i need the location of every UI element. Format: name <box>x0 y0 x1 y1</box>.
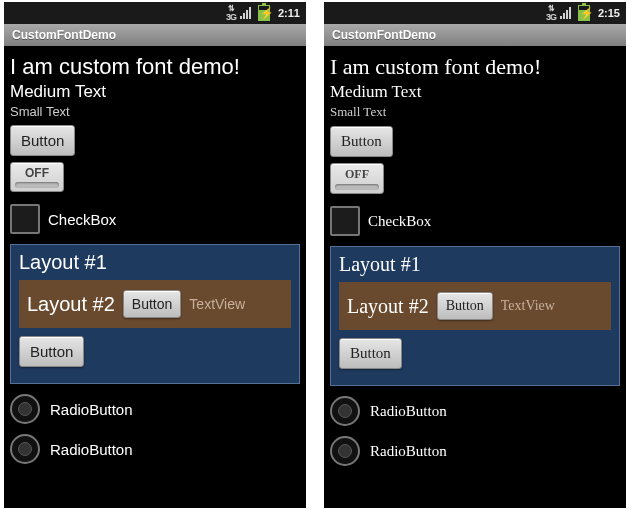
toggle-label: OFF <box>25 166 49 180</box>
title-bar: CustomFontDemo <box>4 24 306 46</box>
phone-right: ⇅3G ⚡ 2:15 CustomFontDemo I am custom fo… <box>324 2 626 508</box>
checkbox-label: CheckBox <box>368 213 431 230</box>
layout-1: Layout #1 Layout #2 Button TextView Butt… <box>10 244 300 384</box>
radio-1-label: RadioButton <box>370 403 447 420</box>
battery-icon: ⚡ <box>578 5 590 21</box>
layout-1-button[interactable]: Button <box>19 336 84 367</box>
toggle-off[interactable]: OFF <box>330 163 384 194</box>
battery-icon: ⚡ <box>258 5 270 21</box>
medium-text: Medium Text <box>330 82 620 102</box>
layout-1: Layout #1 Layout #2 Button TextView Butt… <box>330 246 620 386</box>
checkbox[interactable] <box>330 206 360 236</box>
headline-text: I am custom font demo! <box>10 54 300 80</box>
screen-content: I am custom font demo! Medium Text Small… <box>324 46 626 508</box>
radio-2-label: RadioButton <box>370 443 447 460</box>
radio-1[interactable] <box>10 394 40 424</box>
app-title: CustomFontDemo <box>12 28 116 42</box>
radio-1[interactable] <box>330 396 360 426</box>
network-3g-icon: ⇅3G <box>226 5 236 21</box>
layout-2-textview: TextView <box>501 298 555 314</box>
checkbox-label: CheckBox <box>48 211 116 228</box>
status-bar: ⇅3G ⚡ 2:15 <box>324 2 626 24</box>
layout-1-title: Layout #1 <box>339 253 611 276</box>
radio-2[interactable] <box>10 434 40 464</box>
layout-2-title: Layout #2 <box>347 295 429 318</box>
phone-left: ⇅3G ⚡ 2:11 CustomFontDemo I am custom fo… <box>4 2 306 508</box>
small-text: Small Text <box>330 104 620 120</box>
small-text: Small Text <box>10 104 300 119</box>
signal-icon <box>560 7 574 19</box>
network-3g-icon: ⇅3G <box>546 5 556 21</box>
button-1[interactable]: Button <box>10 125 75 156</box>
status-bar: ⇅3G ⚡ 2:11 <box>4 2 306 24</box>
medium-text: Medium Text <box>10 82 300 102</box>
signal-icon <box>240 7 254 19</box>
layout-2-title: Layout #2 <box>27 293 115 316</box>
toggle-label: OFF <box>345 167 369 181</box>
layout-2: Layout #2 Button TextView <box>19 280 291 328</box>
layout-2: Layout #2 Button TextView <box>339 282 611 330</box>
radio-2-label: RadioButton <box>50 441 133 458</box>
layout-2-button[interactable]: Button <box>437 292 493 320</box>
title-bar: CustomFontDemo <box>324 24 626 46</box>
layout-2-textview: TextView <box>189 296 245 312</box>
screen-content: I am custom font demo! Medium Text Small… <box>4 46 306 508</box>
checkbox[interactable] <box>10 204 40 234</box>
headline-text: I am custom font demo! <box>330 54 620 80</box>
toggle-off[interactable]: OFF <box>10 162 64 192</box>
button-1[interactable]: Button <box>330 126 393 157</box>
layout-2-button[interactable]: Button <box>123 290 181 318</box>
radio-1-label: RadioButton <box>50 401 133 418</box>
status-clock: 2:15 <box>598 7 620 19</box>
layout-1-button[interactable]: Button <box>339 338 402 369</box>
radio-2[interactable] <box>330 436 360 466</box>
app-title: CustomFontDemo <box>332 28 436 42</box>
status-clock: 2:11 <box>278 7 300 19</box>
layout-1-title: Layout #1 <box>19 251 291 274</box>
